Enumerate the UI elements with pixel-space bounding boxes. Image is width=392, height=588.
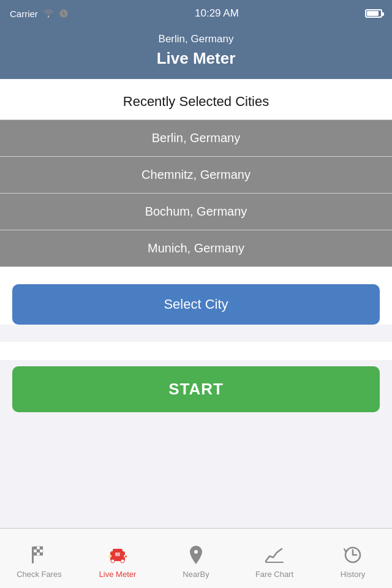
status-bar: Carrier 10:29 AM xyxy=(0,0,392,27)
select-city-button[interactable]: Select City xyxy=(12,284,380,325)
tab-live-meter-label: Live Meter xyxy=(99,570,137,579)
svg-rect-6 xyxy=(40,549,43,552)
svg-point-12 xyxy=(111,559,115,563)
tab-history[interactable]: History xyxy=(314,529,392,588)
tab-history-label: History xyxy=(341,570,365,579)
taxi-icon xyxy=(107,544,129,566)
battery-icon xyxy=(365,9,382,18)
city-item[interactable]: Chemnitz, Germany xyxy=(0,157,392,194)
svg-rect-9 xyxy=(40,552,43,556)
tab-bar: Check Fares Live Meter NearBy xyxy=(0,528,392,588)
svg-rect-17 xyxy=(108,556,110,557)
city-list: Berlin, Germany Chemnitz, Germany Bochum… xyxy=(0,119,392,267)
start-button[interactable]: START xyxy=(12,366,380,412)
location-pin-icon xyxy=(185,544,207,566)
svg-rect-1 xyxy=(34,546,37,549)
tab-fare-chart-label: Fare Chart xyxy=(255,570,293,579)
tab-nearby[interactable]: NearBy xyxy=(157,529,235,588)
tab-nearby-label: NearBy xyxy=(183,570,209,579)
svg-rect-5 xyxy=(37,549,40,552)
tab-live-meter[interactable]: Live Meter xyxy=(78,529,157,588)
spacer xyxy=(0,342,392,360)
svg-point-13 xyxy=(121,559,124,563)
svg-rect-4 xyxy=(34,549,37,552)
chart-icon xyxy=(263,544,285,566)
svg-rect-3 xyxy=(40,546,43,549)
svg-rect-8 xyxy=(37,552,40,556)
tab-fare-chart[interactable]: Fare Chart xyxy=(235,529,314,588)
svg-rect-14 xyxy=(115,552,120,556)
status-bar-right xyxy=(365,9,382,18)
wifi-icon xyxy=(43,9,54,18)
status-bar-left: Carrier xyxy=(10,9,69,19)
tab-check-fares-label: Check Fares xyxy=(17,570,62,579)
svg-rect-18 xyxy=(125,556,127,557)
svg-rect-7 xyxy=(34,552,37,556)
history-icon xyxy=(342,544,364,566)
status-bar-time: 10:29 AM xyxy=(195,7,239,20)
svg-rect-0 xyxy=(32,546,34,564)
city-item[interactable]: Munich, Germany xyxy=(0,230,392,267)
checkered-flag-icon xyxy=(28,544,50,566)
svg-rect-11 xyxy=(113,549,123,552)
activity-icon xyxy=(59,9,69,18)
tab-check-fares[interactable]: Check Fares xyxy=(0,529,78,588)
main-content: Recently Selected Cities Berlin, Germany… xyxy=(0,79,392,325)
svg-rect-2 xyxy=(37,546,40,549)
header: Berlin, Germany Live Meter xyxy=(0,27,392,79)
city-item[interactable]: Berlin, Germany xyxy=(0,120,392,157)
city-item[interactable]: Bochum, Germany xyxy=(0,194,392,230)
header-title: Live Meter xyxy=(0,49,392,68)
carrier-label: Carrier xyxy=(10,9,38,19)
section-title: Recently Selected Cities xyxy=(0,79,392,119)
header-city: Berlin, Germany xyxy=(0,33,392,45)
